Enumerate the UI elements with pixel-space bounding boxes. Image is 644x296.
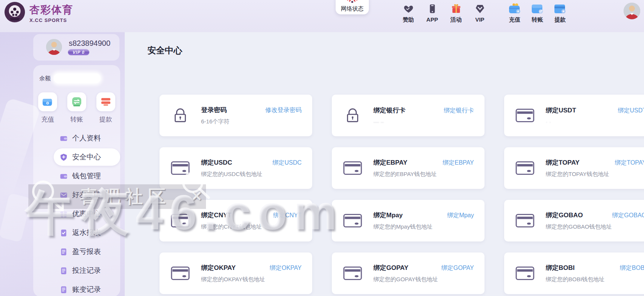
card-action-link[interactable]: 绑定银行卡: [444, 107, 474, 115]
brand-subtitle: X.CC SPORTS: [29, 17, 73, 23]
sidebar-item-label: 返水报表: [72, 228, 101, 238]
bankcard-icon: [171, 266, 190, 281]
vip-shield-icon: [475, 3, 485, 14]
balance-label: 余额: [39, 75, 51, 82]
bankcard-icon: [171, 213, 190, 228]
card-subtitle: 绑定您的BOBI钱包地址: [546, 276, 644, 283]
card-gopay: 绑定GOPAY 绑定GOPAY 绑定您的GOPAY钱包地址: [332, 252, 485, 294]
card-title: 绑定USDT: [546, 106, 576, 115]
sidebar-item-pnl-report[interactable]: 盈亏报表: [33, 242, 120, 261]
card-title: 登录密码: [201, 106, 227, 114]
top-bar: 杏彩体育 X.CC SPORTS 网络状态: [0, 0, 644, 32]
header-avatar[interactable]: [624, 3, 640, 19]
card-action-link[interactable]: 绑定USDC: [272, 159, 302, 167]
sidebar-item-invite-friends[interactable]: 好友邀请: [33, 185, 120, 204]
sidebar-item-label: 个人资料: [72, 133, 101, 143]
heart-icon: [403, 3, 414, 14]
document-icon: [60, 248, 68, 256]
card-subtitle: 绑定您的Mpay钱包地址: [373, 223, 474, 231]
sidebar-item-label: 钱包管理: [72, 171, 101, 181]
card-title: 绑定GOBAO: [546, 211, 583, 220]
header-icon-sponsor[interactable]: 赞助: [396, 2, 420, 23]
card-subtitle: 绑定您的GOBAO钱包地址: [546, 223, 644, 231]
sidebar-item-promo-center[interactable]: 优惠中心: [33, 204, 120, 223]
network-status-label: 网络状态: [341, 5, 364, 12]
gift-icon: [451, 3, 461, 14]
card-title: 绑定银行卡: [373, 106, 406, 115]
sidebar-item-rebate-report[interactable]: 返水报表: [33, 223, 120, 242]
sidebar-item-label: 优惠中心: [72, 209, 101, 219]
card-title: 绑定GOPAY: [373, 263, 409, 272]
header-icon-app[interactable]: APP: [420, 2, 444, 23]
card-action-link[interactable]: 绑定OKPAY: [269, 264, 302, 272]
transfer-icon: [71, 97, 82, 107]
card-action-link[interactable]: 修改登录密码: [265, 106, 302, 114]
brand-title: 杏彩体育: [29, 3, 73, 17]
brand-logo[interactable]: 杏彩体育 X.CC SPORTS: [4, 1, 73, 25]
card-action-link[interactable]: 绑定EBPAY: [443, 159, 474, 167]
lock-icon: [344, 107, 361, 124]
side-action-recharge[interactable]: 充值: [38, 92, 57, 124]
wallet-coins-icon: [508, 3, 521, 15]
soccer-emblem-icon: [4, 1, 26, 25]
sidebar-item-label: 账变记录: [72, 285, 101, 294]
card-okpay: 绑定OKPAY 绑定OKPAY 绑定您的OKPAY钱包地址: [159, 252, 312, 294]
sidebar-item-bet-records[interactable]: 投注记录: [33, 261, 120, 280]
card-action-link[interactable]: 绑定USDT: [618, 107, 644, 115]
card-title: 绑定TOPAY: [546, 158, 579, 167]
withdraw-card-icon: [100, 97, 111, 107]
card-gobao: 绑定GOBAO 绑定GOBAO 绑定您的GOBAO钱包地址: [504, 200, 644, 241]
sidebar-avatar[interactable]: [46, 39, 62, 55]
sidebar-menu: 个人资料: [33, 129, 120, 296]
page-title: 安全中心: [147, 45, 182, 56]
bankcard-icon: [343, 266, 362, 281]
header-icon-promo[interactable]: 活动: [444, 2, 468, 23]
card-action-link[interactable]: 绑定GOPAY: [441, 264, 474, 272]
bankcard-icon: [516, 266, 534, 281]
mail-icon: [60, 191, 68, 199]
card-title: 绑定OKPAY: [201, 263, 236, 272]
sidebar-item-security-center[interactable]: 安全中心: [54, 148, 120, 166]
header-action-recharge[interactable]: 充值: [503, 2, 526, 23]
card-subtitle: — –: [373, 118, 474, 125]
card-title: 绑定CNYT: [201, 211, 231, 220]
side-action-transfer[interactable]: 转账: [67, 92, 86, 124]
sidebar-item-label: 投注记录: [72, 266, 101, 276]
header-icon-vip[interactable]: VIP: [468, 2, 492, 23]
card-action-link[interactable]: 绑定CNYT: [273, 212, 302, 220]
card-action-link[interactable]: 绑定BOBI: [620, 264, 644, 272]
wallet-coins-icon: [42, 97, 53, 107]
sidebar-item-label: 安全中心: [72, 152, 101, 162]
report-check-icon: [60, 229, 68, 237]
sidebar: s823894900 VIP 0 余额: [0, 32, 125, 296]
username: s823894900: [69, 39, 110, 48]
header-quick-icons: 赞助: [396, 2, 492, 23]
card-cnyt: 绑定CNYT 绑定CNYT 绑定您的CNYT钱包地址: [159, 200, 312, 241]
bankcard-icon: [343, 213, 362, 228]
document-icon: [60, 267, 68, 275]
card-subtitle: 绑定您的TOPAY钱包地址: [546, 171, 644, 178]
main-nav: [72, 0, 271, 24]
gift-icon: [60, 210, 68, 218]
sidebar-item-profile[interactable]: 个人资料: [33, 129, 120, 148]
header-action-transfer[interactable]: 转账: [526, 2, 549, 23]
card-mpay: 绑定Mpay 绑定Mpay 绑定您的Mpay钱包地址: [332, 200, 485, 241]
card-action-link[interactable]: 绑定Mpay: [447, 212, 474, 220]
side-action-withdraw[interactable]: 提款: [96, 92, 115, 124]
card-subtitle: 绑定您的CNYT钱包地址: [201, 223, 302, 231]
card-title: 绑定EBPAY: [373, 158, 407, 167]
card-action-link[interactable]: 绑定TOPAY: [615, 159, 644, 167]
sidebar-item-wallet-manage[interactable]: 钱包管理: [33, 167, 120, 185]
card-title: 绑定USDC: [201, 158, 232, 167]
bankcard-icon: [516, 160, 534, 176]
card-action-link[interactable]: 绑定GOBAO: [612, 212, 644, 220]
header-action-withdraw[interactable]: 提款: [549, 2, 571, 23]
network-status-badge[interactable]: 网络状态: [336, 0, 369, 14]
sidebar-item-account-records[interactable]: 账变记录: [33, 280, 120, 296]
vip-badge: VIP 0: [68, 49, 90, 56]
sidebar-quick-actions: 充值 转账: [33, 92, 120, 124]
balance-redacted-blob: [54, 73, 101, 83]
card-usdt: 绑定USDT 绑定USDT · ·: [504, 95, 644, 136]
card-topay: 绑定TOPAY 绑定TOPAY 绑定您的TOPAY钱包地址: [504, 147, 644, 189]
sidebar-item-label: 盈亏报表: [72, 247, 101, 257]
